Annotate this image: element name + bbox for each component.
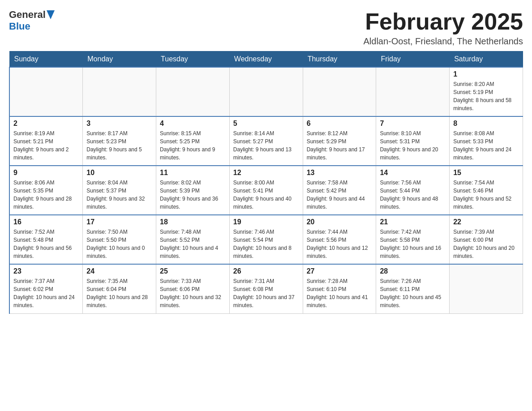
day-number: 12 xyxy=(233,169,299,177)
calendar-header-monday: Monday xyxy=(83,51,156,68)
calendar-week-row: 9Sunrise: 8:06 AM Sunset: 5:35 PM Daylig… xyxy=(9,166,523,215)
calendar-cell: 25Sunrise: 7:33 AM Sunset: 6:06 PM Dayli… xyxy=(156,264,230,313)
calendar-cell: 27Sunrise: 7:28 AM Sunset: 6:10 PM Dayli… xyxy=(303,264,376,313)
day-number: 28 xyxy=(380,267,446,275)
calendar-cell: 19Sunrise: 7:46 AM Sunset: 5:54 PM Dayli… xyxy=(229,215,303,264)
calendar-cell xyxy=(156,67,230,116)
day-info: Sunrise: 8:15 AM Sunset: 5:25 PM Dayligh… xyxy=(160,129,226,162)
logo: General Blue xyxy=(9,9,55,32)
calendar-week-row: 2Sunrise: 8:19 AM Sunset: 5:21 PM Daylig… xyxy=(9,116,523,166)
calendar-cell: 7Sunrise: 8:10 AM Sunset: 5:31 PM Daylig… xyxy=(376,116,450,166)
day-info: Sunrise: 8:08 AM Sunset: 5:33 PM Dayligh… xyxy=(453,129,519,162)
calendar-cell: 23Sunrise: 7:37 AM Sunset: 6:02 PM Dayli… xyxy=(9,264,83,313)
day-number: 22 xyxy=(453,218,519,226)
calendar-cell xyxy=(450,264,523,313)
day-info: Sunrise: 8:10 AM Sunset: 5:31 PM Dayligh… xyxy=(380,129,446,162)
day-info: Sunrise: 8:04 AM Sunset: 5:37 PM Dayligh… xyxy=(86,179,152,211)
day-info: Sunrise: 7:44 AM Sunset: 5:56 PM Dayligh… xyxy=(307,228,373,260)
day-info: Sunrise: 8:06 AM Sunset: 5:35 PM Dayligh… xyxy=(13,179,79,211)
calendar-cell: 16Sunrise: 7:52 AM Sunset: 5:48 PM Dayli… xyxy=(9,215,83,264)
day-number: 13 xyxy=(307,169,373,177)
calendar-cell: 28Sunrise: 7:26 AM Sunset: 6:11 PM Dayli… xyxy=(376,264,450,313)
calendar-cell xyxy=(376,67,450,116)
day-number: 21 xyxy=(380,218,446,226)
calendar-cell: 8Sunrise: 8:08 AM Sunset: 5:33 PM Daylig… xyxy=(450,116,523,166)
calendar-cell xyxy=(9,67,83,116)
day-info: Sunrise: 8:14 AM Sunset: 5:27 PM Dayligh… xyxy=(233,129,299,162)
title-section: February 2025 Aldlan-Oost, Friesland, Th… xyxy=(364,9,523,47)
day-number: 6 xyxy=(307,120,373,128)
calendar-table: SundayMondayTuesdayWednesdayThursdayFrid… xyxy=(9,51,523,314)
day-number: 27 xyxy=(307,267,373,275)
calendar-cell xyxy=(303,67,376,116)
calendar-cell: 21Sunrise: 7:42 AM Sunset: 5:58 PM Dayli… xyxy=(376,215,450,264)
svg-marker-0 xyxy=(47,10,55,19)
calendar-cell: 24Sunrise: 7:35 AM Sunset: 6:04 PM Dayli… xyxy=(83,264,156,313)
calendar-week-row: 23Sunrise: 7:37 AM Sunset: 6:02 PM Dayli… xyxy=(9,264,523,313)
calendar-cell: 26Sunrise: 7:31 AM Sunset: 6:08 PM Dayli… xyxy=(229,264,303,313)
day-info: Sunrise: 8:20 AM Sunset: 5:19 PM Dayligh… xyxy=(453,80,519,112)
calendar-header-friday: Friday xyxy=(376,51,450,68)
day-number: 9 xyxy=(13,169,79,177)
logo-text-blue: Blue xyxy=(9,21,30,32)
calendar-header-wednesday: Wednesday xyxy=(229,51,303,68)
calendar-cell: 18Sunrise: 7:48 AM Sunset: 5:52 PM Dayli… xyxy=(156,215,230,264)
calendar-week-row: 1Sunrise: 8:20 AM Sunset: 5:19 PM Daylig… xyxy=(9,67,523,116)
day-info: Sunrise: 7:52 AM Sunset: 5:48 PM Dayligh… xyxy=(13,228,79,260)
day-number: 24 xyxy=(86,267,152,275)
calendar-cell: 5Sunrise: 8:14 AM Sunset: 5:27 PM Daylig… xyxy=(229,116,303,166)
day-number: 26 xyxy=(233,267,299,275)
location-title: Aldlan-Oost, Friesland, The Netherlands xyxy=(364,36,523,47)
day-number: 10 xyxy=(86,169,152,177)
calendar-cell: 13Sunrise: 7:58 AM Sunset: 5:42 PM Dayli… xyxy=(303,166,376,215)
calendar-cell: 15Sunrise: 7:54 AM Sunset: 5:46 PM Dayli… xyxy=(450,166,523,215)
day-info: Sunrise: 7:50 AM Sunset: 5:50 PM Dayligh… xyxy=(86,228,152,260)
day-number: 11 xyxy=(160,169,226,177)
calendar-header-thursday: Thursday xyxy=(303,51,376,68)
day-number: 17 xyxy=(86,218,152,226)
day-info: Sunrise: 7:46 AM Sunset: 5:54 PM Dayligh… xyxy=(233,228,299,260)
calendar-cell: 6Sunrise: 8:12 AM Sunset: 5:29 PM Daylig… xyxy=(303,116,376,166)
day-info: Sunrise: 7:31 AM Sunset: 6:08 PM Dayligh… xyxy=(233,277,299,309)
day-info: Sunrise: 7:39 AM Sunset: 6:00 PM Dayligh… xyxy=(453,228,519,260)
calendar-cell: 22Sunrise: 7:39 AM Sunset: 6:00 PM Dayli… xyxy=(450,215,523,264)
day-info: Sunrise: 7:28 AM Sunset: 6:10 PM Dayligh… xyxy=(307,277,373,309)
day-info: Sunrise: 7:42 AM Sunset: 5:58 PM Dayligh… xyxy=(380,228,446,260)
day-info: Sunrise: 7:33 AM Sunset: 6:06 PM Dayligh… xyxy=(160,277,226,309)
calendar-cell: 3Sunrise: 8:17 AM Sunset: 5:23 PM Daylig… xyxy=(83,116,156,166)
day-number: 5 xyxy=(233,120,299,128)
page-header: General Blue February 2025 Aldlan-Oost, … xyxy=(9,9,523,47)
calendar-cell: 11Sunrise: 8:02 AM Sunset: 5:39 PM Dayli… xyxy=(156,166,230,215)
day-number: 25 xyxy=(160,267,226,275)
day-number: 19 xyxy=(233,218,299,226)
calendar-header-row: SundayMondayTuesdayWednesdayThursdayFrid… xyxy=(9,51,523,68)
calendar-cell: 2Sunrise: 8:19 AM Sunset: 5:21 PM Daylig… xyxy=(9,116,83,166)
day-number: 7 xyxy=(380,120,446,128)
calendar-cell: 1Sunrise: 8:20 AM Sunset: 5:19 PM Daylig… xyxy=(450,67,523,116)
calendar-cell: 10Sunrise: 8:04 AM Sunset: 5:37 PM Dayli… xyxy=(83,166,156,215)
calendar-header-sunday: Sunday xyxy=(9,51,83,68)
calendar-header-saturday: Saturday xyxy=(450,51,523,68)
logo-triangle-icon xyxy=(47,10,55,20)
day-number: 4 xyxy=(160,120,226,128)
calendar-cell xyxy=(83,67,156,116)
day-info: Sunrise: 7:48 AM Sunset: 5:52 PM Dayligh… xyxy=(160,228,226,260)
day-info: Sunrise: 7:37 AM Sunset: 6:02 PM Dayligh… xyxy=(13,277,79,309)
calendar-cell: 9Sunrise: 8:06 AM Sunset: 5:35 PM Daylig… xyxy=(9,166,83,215)
day-info: Sunrise: 8:02 AM Sunset: 5:39 PM Dayligh… xyxy=(160,179,226,211)
day-info: Sunrise: 7:58 AM Sunset: 5:42 PM Dayligh… xyxy=(307,179,373,211)
day-number: 2 xyxy=(13,120,79,128)
calendar-cell xyxy=(229,67,303,116)
day-info: Sunrise: 7:56 AM Sunset: 5:44 PM Dayligh… xyxy=(380,179,446,211)
calendar-header-tuesday: Tuesday xyxy=(156,51,230,68)
day-number: 15 xyxy=(453,169,519,177)
day-number: 14 xyxy=(380,169,446,177)
day-number: 3 xyxy=(86,120,152,128)
day-info: Sunrise: 7:54 AM Sunset: 5:46 PM Dayligh… xyxy=(453,179,519,211)
day-number: 18 xyxy=(160,218,226,226)
day-info: Sunrise: 8:19 AM Sunset: 5:21 PM Dayligh… xyxy=(13,129,79,162)
day-info: Sunrise: 8:12 AM Sunset: 5:29 PM Dayligh… xyxy=(307,129,373,162)
calendar-cell: 4Sunrise: 8:15 AM Sunset: 5:25 PM Daylig… xyxy=(156,116,230,166)
calendar-cell: 12Sunrise: 8:00 AM Sunset: 5:41 PM Dayli… xyxy=(229,166,303,215)
day-info: Sunrise: 8:17 AM Sunset: 5:23 PM Dayligh… xyxy=(86,129,152,162)
